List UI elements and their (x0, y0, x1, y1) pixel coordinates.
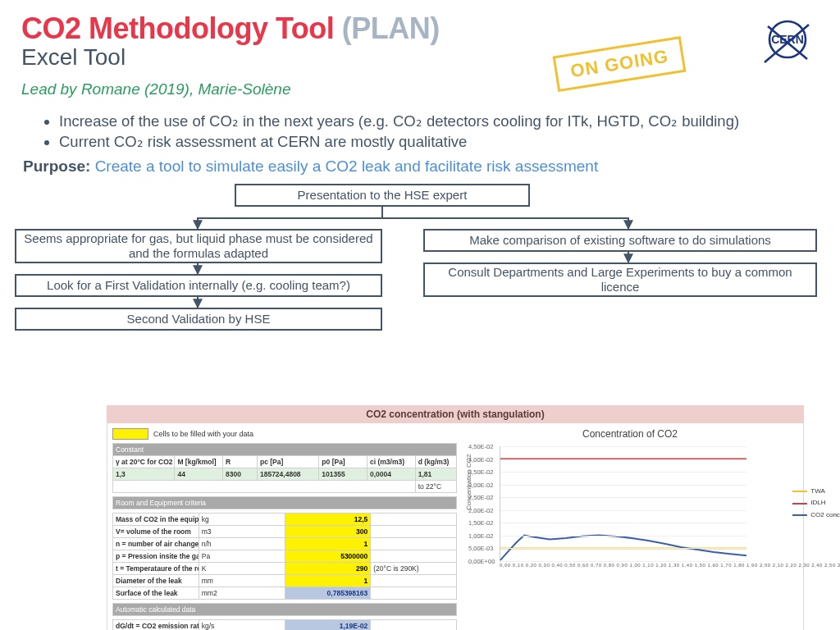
bullet-item: Increase of the use of CO₂ in the next y… (59, 112, 819, 132)
excel-fill-legend: Cells to be filled with your data (112, 428, 253, 440)
title-main: CO2 Methodology Tool (21, 11, 334, 45)
chart-legend: TWA IDLH CO2 concentration (792, 486, 840, 521)
title-suffix: (PLAN) (342, 11, 440, 45)
excel-auto-table: Automatic calculated data (112, 603, 457, 616)
chart-title: Concentration of CO2 (465, 428, 795, 440)
excel-section-constants: Constant (113, 444, 457, 456)
page-subtitle: Excel Tool (21, 44, 819, 71)
slide: CERN ON GOING CO2 Methodology Tool (PLAN… (0, 0, 840, 630)
excel-screenshot: CO2 concentration (with stangulation) Ce… (107, 405, 804, 630)
excel-auto-rows: dG/dt = CO2 emission ratekg/s1,19E-02q =… (112, 619, 457, 630)
excel-section-auto: Automatic calculated data (113, 604, 457, 616)
flow-box-compare-software: Make comparison of existing software to … (423, 229, 817, 252)
bullet-list: Increase of the use of CO₂ in the next y… (26, 112, 819, 153)
excel-constants-table: Constant γ at 20°C for CO2 M [kg/kmol] R… (112, 443, 457, 493)
purpose-line: Purpose: Create a tool to simulate easil… (23, 158, 819, 176)
excel-room-table: Room and Equipment criteria (112, 496, 457, 509)
purpose-text: Create a tool to simulate easily a CO2 l… (90, 158, 598, 175)
cern-logo: CERN (756, 15, 812, 74)
flow-box-gas-liquid: Seems appropriate for gas, but liquid ph… (15, 229, 382, 263)
excel-fill-legend-text: Cells to be filled with your data (153, 430, 253, 438)
flow-box-first-validation: Look for a First Validation internally (… (15, 274, 382, 297)
concentration-chart: Concentration of CO2 Concentration CO2 0… (465, 428, 795, 584)
bullet-item: Current CO₂ risk assessment at CERN are … (59, 132, 819, 153)
flow-box-consult-departments: Consult Departments and Large Experiment… (423, 262, 817, 297)
flow-box-second-validation: Second Validation by HSE (15, 308, 382, 331)
page-title: CO2 Methodology Tool (PLAN) (21, 11, 440, 46)
flow-box-top: Presentation to the HSE expert (235, 184, 530, 207)
chart-xticks: 0,00 0,10 0,20 0,30 0,40 0,50 0,60 0,70 … (500, 563, 840, 568)
lead-credit: Lead by Romane (2019), Marie-Solène (21, 80, 819, 98)
excel-room-rows: Mass of CO2 in the equipmentkg12,5V= vol… (112, 513, 457, 600)
excel-banner: CO2 concentration (with stangulation) (107, 405, 804, 423)
cern-logo-text: CERN (771, 33, 804, 46)
flow-diagram: Presentation to the HSE expert Seems app… (21, 184, 819, 348)
excel-section-room: Room and Equipment criteria (113, 497, 457, 509)
purpose-label: Purpose: (23, 158, 90, 175)
